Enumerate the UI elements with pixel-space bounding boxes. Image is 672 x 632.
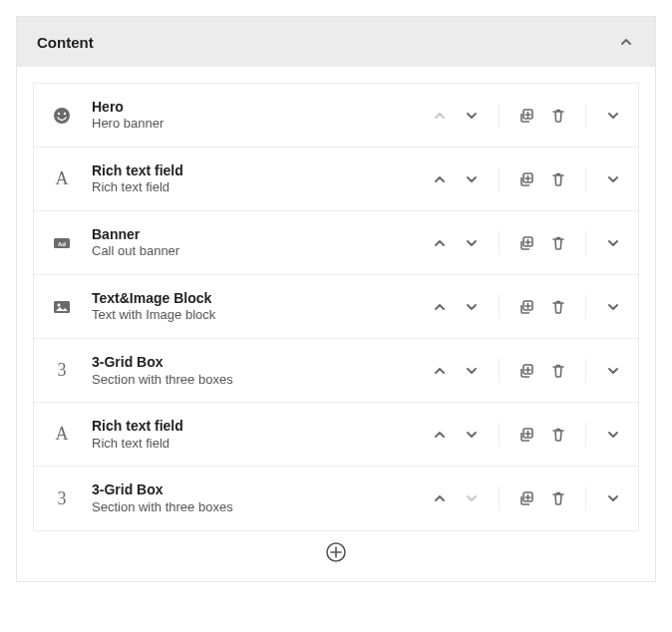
item-title: Text&Image Block [92,289,431,307]
move-down-button[interactable] [463,107,481,125]
item-title: Hero [92,98,431,116]
content-item-row: BannerCall out banner [34,211,638,275]
duplicate-button[interactable] [517,107,535,125]
item-actions [431,167,622,191]
item-type-icon: 3 [50,359,74,383]
duplicate-button[interactable] [517,298,535,316]
action-divider [585,423,586,447]
action-divider [499,359,500,383]
add-row [33,531,639,565]
item-text: HeroHero banner [92,98,431,133]
move-down-button[interactable] [463,298,481,316]
duplicate-button[interactable] [517,362,535,380]
action-divider [585,359,586,383]
action-divider [499,486,500,510]
action-divider [499,295,500,319]
move-up-button[interactable] [431,362,449,380]
item-text: Rich text fieldRich text field [92,161,431,196]
duplicate-button[interactable] [517,170,535,188]
item-title: 3-Grid Box [92,480,431,498]
item-title: Banner [92,225,431,243]
action-divider [585,486,586,510]
duplicate-button[interactable] [517,489,535,507]
content-item-row: HeroHero banner [34,84,638,148]
item-subtitle: Rich text field [92,436,431,453]
duplicate-button[interactable] [517,426,535,444]
delete-button[interactable] [549,170,567,188]
expand-item-button[interactable] [604,107,622,125]
delete-button[interactable] [549,489,567,507]
content-item-row: Text&Image BlockText with Image block [34,275,638,339]
item-title: Rich text field [92,417,431,435]
content-item-row: 33-Grid BoxSection with three boxes [34,467,638,529]
action-divider [585,167,586,191]
content-item-row: ARich text fieldRich text field [34,403,638,467]
action-divider [499,167,500,191]
item-type-icon: A [50,423,74,447]
move-up-button[interactable] [431,298,449,316]
expand-item-button[interactable] [604,362,622,380]
content-panel: Content HeroHero bannerARich text fieldR… [16,16,656,582]
item-subtitle: Hero banner [92,116,431,133]
item-title: Rich text field [92,161,431,179]
item-text: 3-Grid BoxSection with three boxes [92,480,431,515]
add-item-button[interactable] [325,541,347,563]
item-actions [431,231,622,255]
item-subtitle: Section with three boxes [92,499,431,516]
move-up-button[interactable] [431,426,449,444]
content-item-row: 33-Grid BoxSection with three boxes [34,339,638,403]
item-type-icon: A [50,167,74,191]
delete-button[interactable] [549,426,567,444]
panel-body: HeroHero bannerARich text fieldRich text… [17,67,655,581]
item-title: 3-Grid Box [92,353,431,371]
panel-title: Content [37,34,94,51]
move-down-button [463,489,481,507]
item-subtitle: Text with Image block [92,307,431,324]
items-list: HeroHero bannerARich text fieldRich text… [33,83,639,531]
item-actions [431,359,622,383]
move-up-button[interactable] [431,234,449,252]
item-actions [431,104,622,128]
expand-item-button[interactable] [604,170,622,188]
action-divider [585,104,586,128]
delete-button[interactable] [549,298,567,316]
expand-item-button[interactable] [604,426,622,444]
item-subtitle: Call out banner [92,243,431,260]
move-down-button[interactable] [463,426,481,444]
action-divider [499,104,500,128]
move-down-button[interactable] [463,234,481,252]
move-down-button[interactable] [463,362,481,380]
expand-item-button[interactable] [604,298,622,316]
item-subtitle: Rich text field [92,179,431,196]
move-up-button[interactable] [431,489,449,507]
item-text: 3-Grid BoxSection with three boxes [92,353,431,388]
panel-header[interactable]: Content [17,17,655,67]
duplicate-button[interactable] [517,234,535,252]
item-text: BannerCall out banner [92,225,431,260]
action-divider [585,295,586,319]
item-type-icon [50,231,74,255]
item-text: Rich text fieldRich text field [92,417,431,452]
delete-button[interactable] [549,234,567,252]
move-up-button[interactable] [431,170,449,188]
delete-button[interactable] [549,362,567,380]
action-divider [499,423,500,447]
delete-button[interactable] [549,107,567,125]
expand-item-button[interactable] [604,489,622,507]
item-type-icon [50,295,74,319]
expand-item-button[interactable] [604,234,622,252]
collapse-panel-icon[interactable] [617,33,635,51]
content-item-row: ARich text fieldRich text field [34,148,638,211]
item-type-icon [50,104,74,128]
action-divider [585,231,586,255]
item-text: Text&Image BlockText with Image block [92,289,431,324]
item-actions [431,423,622,447]
item-type-icon: 3 [50,486,74,510]
item-actions [431,486,622,510]
move-down-button[interactable] [463,170,481,188]
move-up-button [431,107,449,125]
item-subtitle: Section with three boxes [92,372,431,389]
action-divider [499,231,500,255]
item-actions [431,295,622,319]
